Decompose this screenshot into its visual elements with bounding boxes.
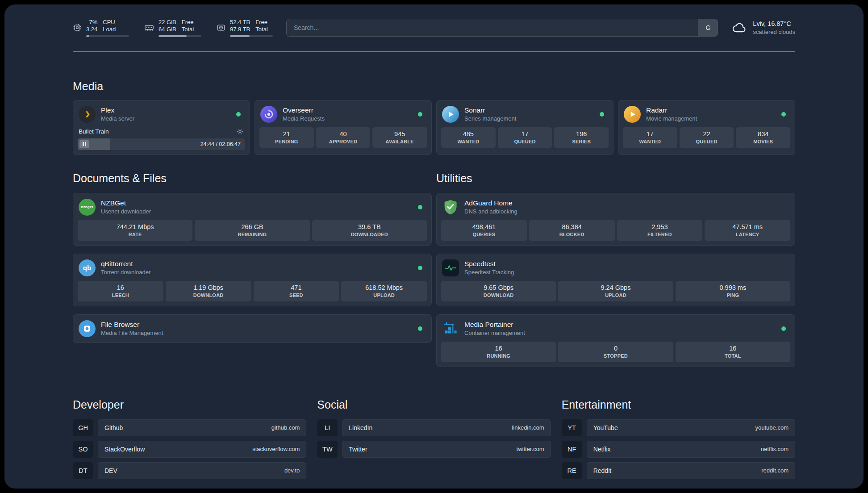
search-provider-button[interactable]: G	[698, 19, 718, 36]
stat-value: 196	[556, 130, 607, 138]
disk-widget: 52.4 TB 97.9 TB Free Total	[217, 19, 273, 37]
filebrowser-icon	[79, 320, 96, 337]
bookmark-url: linkedin.com	[512, 424, 544, 431]
service-name: Sonarr	[464, 106, 516, 114]
status-dot	[781, 326, 786, 331]
stat-label: TOTAL	[677, 353, 789, 359]
stat-value: 21	[261, 130, 312, 138]
stat-value: 9.65 Gbps	[443, 284, 554, 291]
bookmark-url: dev.to	[284, 467, 300, 474]
disk-readout: 52.4 TB 97.9 TB Free Total	[230, 19, 273, 37]
cpu-load-label: Load	[103, 26, 116, 33]
disk-progress-track	[230, 35, 273, 37]
bookmark-group-developer: Developer GH Github github.com SO StackO…	[73, 398, 306, 479]
bookmark-name: YouTube	[593, 424, 618, 431]
status-dot	[418, 266, 422, 270]
service-desc: Torrent downloader	[101, 269, 150, 276]
media-section: Media Plex Media server	[73, 80, 795, 155]
section-title-utilities: Utilities	[436, 172, 795, 185]
service-card-qbittorrent[interactable]: qb qBittorrent Torrent downloader 16 LEE…	[73, 254, 432, 306]
bookmark-group-title: Entertainment	[562, 398, 795, 411]
sonarr-icon	[442, 106, 459, 123]
filebrowser-meta: File Browser Media File Management	[101, 321, 163, 336]
topbar: 7% 3.24 CPU Load	[73, 19, 795, 37]
portainer-icon	[442, 320, 459, 337]
adguard-stats: 498,461 QUERIES 86,384 BLOCKED 2,953 FIL…	[441, 220, 790, 241]
playback-progress-bar[interactable]: 24:44 / 02:06:47	[78, 138, 245, 150]
bookmark-reddit[interactable]: RE Reddit reddit.com	[562, 462, 795, 479]
gear-icon[interactable]	[237, 128, 243, 135]
qbittorrent-icon: qb	[79, 259, 96, 276]
service-card-nzbget[interactable]: nzbget NZBGet Usenet downloader 744.21 M…	[73, 193, 432, 246]
memory-widget: 22 GiB 64 GiB Free Total	[144, 19, 201, 37]
bookmark-name: Reddit	[593, 467, 611, 474]
now-playing-title: Bullet Train	[79, 128, 109, 135]
bookmark-youtube[interactable]: YT YouTube youtube.com	[562, 419, 795, 436]
radarr-icon	[624, 106, 641, 123]
cpu-percent: 7%	[89, 19, 98, 26]
stat-label: QUEUED	[500, 139, 551, 144]
stat-download: 9.65 Gbps DOWNLOAD	[441, 281, 556, 301]
service-name: Speedtest	[464, 260, 514, 268]
speedtest-stats: 9.65 Gbps DOWNLOAD 9.24 Gbps UPLOAD 0.99…	[441, 281, 790, 301]
cpu-label: CPU	[103, 19, 116, 26]
bookmark-url: youtube.com	[755, 424, 789, 431]
bookmark-pill: YouTube youtube.com	[587, 419, 795, 436]
nzbget-meta: NZBGet Usenet downloader	[101, 199, 151, 215]
overseerr-icon	[260, 106, 277, 123]
service-name: File Browser	[101, 321, 163, 329]
stat-value: 86,384	[531, 223, 613, 230]
bookmark-abbr: RE	[562, 462, 582, 479]
stat-label: FILTERED	[619, 232, 701, 237]
stat-value: 16	[79, 284, 162, 291]
bookmark-linkedin[interactable]: LI LinkedIn linkedin.com	[317, 419, 551, 436]
stat-label: LEECH	[79, 292, 162, 298]
media-grid: Plex Media server Bullet Train	[73, 100, 795, 155]
bookmark-url: stackoverflow.com	[252, 446, 300, 452]
stat-wanted: 485 WANTED	[441, 127, 496, 148]
status-dot	[418, 112, 422, 117]
memory-progress-track	[159, 35, 201, 37]
stat-wanted: 17 WANTED	[623, 127, 677, 148]
bookmark-stackoverflow[interactable]: SO StackOverflow stackoverflow.com	[73, 441, 306, 458]
memory-free-value: 22 GiB	[159, 19, 176, 26]
stat-series: 196 SERIES	[554, 127, 609, 148]
radarr-stats: 17 WANTED 22 QUEUED 834 MOVIES	[623, 127, 790, 148]
bookmark-dev[interactable]: DT DEV dev.to	[73, 462, 306, 479]
service-name: Radarr	[646, 106, 697, 114]
stat-value: 2,953	[619, 223, 701, 230]
stat-value: 834	[738, 130, 789, 138]
service-card-plex[interactable]: Plex Media server Bullet Train	[73, 100, 250, 155]
pause-button[interactable]	[79, 140, 89, 148]
resource-widgets: 7% 3.24 CPU Load	[73, 19, 273, 37]
stat-label: UPLOAD	[560, 292, 671, 298]
portainer-meta: Media Portainer Container management	[464, 321, 525, 336]
bookmark-twitter[interactable]: TW Twitter twitter.com	[317, 441, 551, 458]
adguard-icon	[442, 199, 459, 216]
service-card-radarr[interactable]: Radarr Movie management 17 WANTED 22 QUE…	[618, 100, 795, 155]
service-card-portainer[interactable]: Media Portainer Container management 16 …	[436, 314, 795, 367]
bookmark-github[interactable]: GH Github github.com	[73, 419, 306, 436]
bookmark-netflix[interactable]: NF Netflix netflix.com	[562, 441, 795, 458]
dashboard: 7% 3.24 CPU Load	[4, 4, 864, 489]
service-card-sonarr[interactable]: Sonarr Series management 485 WANTED 17 Q…	[436, 100, 613, 155]
service-card-speedtest[interactable]: Speedtest Speedtest Tracking 9.65 Gbps D…	[436, 254, 795, 306]
bookmark-abbr: DT	[73, 462, 93, 479]
stat-value: 0	[560, 345, 671, 352]
section-title-documents: Documents & Files	[73, 172, 432, 185]
stat-value: 0.993 ms	[677, 284, 789, 291]
stat-label: AVAILABLE	[374, 139, 425, 144]
sonarr-stats: 485 WANTED 17 QUEUED 196 SERIES	[441, 127, 609, 148]
stat-label: MOVIES	[738, 139, 789, 144]
stat-value: 39.6 TB	[314, 223, 425, 230]
stat-pending: 21 PENDING	[259, 127, 314, 148]
bookmark-abbr: TW	[317, 441, 338, 458]
stat-value: 498,461	[443, 223, 525, 230]
cpu-load-value: 3.24	[86, 26, 97, 33]
service-card-overseerr[interactable]: Overseerr Media Requests 21 PENDING 40 A…	[255, 100, 432, 155]
cpu-readout: 7% 3.24 CPU Load	[86, 19, 129, 37]
search-input[interactable]	[287, 19, 698, 36]
service-card-adguard[interactable]: AdGuard Home DNS and adblocking 498,461 …	[436, 193, 795, 246]
service-card-filebrowser[interactable]: File Browser Media File Management	[73, 314, 432, 343]
weather-condition: scattered clouds	[753, 28, 795, 36]
